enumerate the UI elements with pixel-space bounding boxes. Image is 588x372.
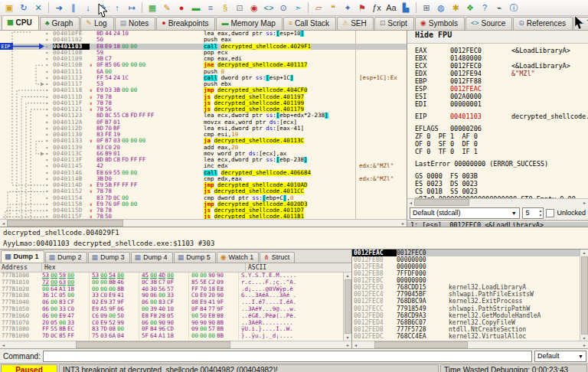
register-row[interactable]: EAX0012FEC0<&LoadLibraryA> <box>415 47 588 54</box>
step-over-icon[interactable]: ↷ <box>96 2 109 15</box>
tab-references[interactable]: ⊙References <box>513 17 573 30</box>
dump-row[interactable]: 777B10907D0C85FF75036A045F64A1180000008B… <box>0 333 351 340</box>
seh-icon[interactable]: § <box>218 2 232 15</box>
comments-icon[interactable]: ❝ <box>326 2 340 15</box>
stack-row[interactable]: 0012FED8777F5728ntdll.NtCreateSection <box>352 326 580 333</box>
scroll-up-arrow[interactable]: ▴ <box>345 272 351 279</box>
tab-cpu[interactable]: ▦CPU <box>2 16 39 30</box>
dump-tab-dump-2[interactable]: ▦Dump 2 <box>45 252 87 263</box>
breakpoint-dot-icon[interactable]: ● <box>46 56 53 62</box>
run-to-user-code-icon[interactable]: ↦ <box>125 2 139 15</box>
script-icon[interactable]: ⊡ <box>233 2 247 15</box>
patch-icon[interactable]: ▱ <box>312 2 325 15</box>
about-icon[interactable]: ⓘ <box>507 2 521 15</box>
breakpoint-dot-icon[interactable]: ● <box>46 145 53 151</box>
disassembly-panel[interactable]: EIP ●004010FE8D442410lea eax,dword ptr s… <box>0 31 407 227</box>
open-file-icon[interactable]: ▣ <box>2 2 16 15</box>
tab-source[interactable]: <>Source <box>466 17 512 30</box>
breakpoint-dot-icon[interactable]: ● <box>46 188 53 194</box>
registers-hscrollbar[interactable]: ◂ ▸ <box>407 198 588 206</box>
breakpoint-dot-icon[interactable]: ● <box>46 50 53 56</box>
breakpoint-dot-icon[interactable]: ● <box>46 81 53 87</box>
disasm-hscrollbar[interactable]: ◂ ▸ <box>0 219 407 227</box>
stack-row[interactable]: 0012FEC0768CDD15kernel32.LoadLibraryA <box>352 284 580 291</box>
breakpoint-dot-icon[interactable]: ● <box>46 87 53 93</box>
stack-row[interactable]: 0012FEBC00000000 <box>352 277 580 284</box>
breakpoint-dot-icon[interactable]: ● <box>46 113 53 119</box>
arguments-list[interactable]: 1: [esp] 0012FEC0 <&LoadLibraryA>2: [esp… <box>407 220 588 227</box>
dump-tab-dump-3[interactable]: ▦Dump 3 <box>88 252 130 263</box>
unlocked-checkbox[interactable] <box>546 209 554 217</box>
bookmarks-icon[interactable]: ⚑ <box>355 2 369 15</box>
dump-rows[interactable]: ▴ ▾ 777B1000530059005300540045004D000000… <box>0 272 351 341</box>
dump-vscrollbar[interactable]: ▴ ▾ <box>343 272 351 341</box>
run-icon[interactable]: ➜ <box>52 2 66 15</box>
breakpoint-dot-icon[interactable]: ● <box>46 201 53 207</box>
tab-script[interactable]: ⊡Script <box>374 17 414 30</box>
breakpoint-dot-icon[interactable]: ● <box>46 31 53 37</box>
dump-hscrollbar[interactable]: ◂ ▸ <box>0 341 351 348</box>
close-icon[interactable]: ✕ <box>31 2 45 15</box>
breakpoint-dot-icon[interactable]: ● <box>46 126 53 132</box>
hide-fpu-button[interactable]: Hide FPU <box>407 31 588 44</box>
breakpoint-dot-icon[interactable]: ● <box>46 170 53 176</box>
stack-row[interactable]: 0012FEC4779045BFshlwapi.PathFileExistsW <box>352 291 580 298</box>
register-row[interactable]: ESP0012FEAC <box>415 85 588 93</box>
arg-depth-spinner[interactable]: 5 ▲▼ <box>522 207 544 219</box>
command-script-type-select[interactable]: Default▼ <box>534 351 586 362</box>
shortcuts-icon[interactable]: ⌁ <box>492 2 506 15</box>
breakpoint-dot-icon[interactable]: ● <box>46 151 53 157</box>
memory-map-icon[interactable]: ▬ <box>189 2 203 15</box>
scroll-thumb[interactable] <box>581 256 588 334</box>
scroll-right-arrow[interactable]: ▸ <box>400 220 407 227</box>
breakpoint-dot-icon[interactable]: ● <box>46 132 53 138</box>
breakpoint-dot-icon[interactable]: ● <box>46 62 53 68</box>
stack-row[interactable]: 0012FEB000000000 <box>352 256 580 263</box>
stack-vscrollbar[interactable]: ▴ ▾ <box>580 250 588 341</box>
breakpoint-dot-icon[interactable]: ● <box>46 69 53 75</box>
scroll-right-arrow[interactable]: ▸ <box>581 200 588 206</box>
scroll-up-arrow[interactable]: ▴ <box>581 250 588 256</box>
argument-row[interactable]: 1: [esp] 0012FEC0 <&LoadLibraryA> <box>407 222 588 227</box>
register-row[interactable]: EIP00401103decrypted_shellcode.00 <box>415 113 588 120</box>
cpu-window-icon[interactable]: ▦ <box>145 2 159 15</box>
dump-tab-dump-5[interactable]: ▦Dump 5 <box>174 252 216 263</box>
tab-threads[interactable]: ➣Threads <box>573 17 588 30</box>
scroll-left-arrow[interactable]: ◂ <box>0 220 7 227</box>
register-row[interactable]: EBX01480000 <box>415 54 588 62</box>
registers-list[interactable]: EAX0012FEC0<&LoadLibraryA>EBX01480000ECX… <box>407 44 588 198</box>
restart-icon[interactable]: ↻ <box>17 2 31 15</box>
dump-tab-dump-4[interactable]: ▦Dump 4 <box>131 252 173 263</box>
register-row[interactable]: ECX0012FEC0<&LoadLibraryA> <box>415 62 588 70</box>
tab-breakpoints[interactable]: ●Breakpoints <box>156 17 215 30</box>
step-out-icon[interactable]: ↑ <box>110 2 124 15</box>
scroll-left-arrow[interactable]: ◂ <box>352 342 359 348</box>
tab-log[interactable]: ✎Log <box>80 17 113 30</box>
scroll-thumb[interactable] <box>414 199 469 206</box>
tab-symbols[interactable]: ◉Symbols <box>415 17 465 30</box>
breakpoint-dot-icon[interactable]: ● <box>46 119 53 126</box>
stack-row[interactable]: 0012FED0768CD9A3kernel32.GetModuleHandle… <box>352 312 580 319</box>
threads-icon[interactable]: ➣ <box>291 2 305 15</box>
source-icon[interactable]: <> <box>262 2 276 15</box>
breakpoint-dot-icon[interactable]: ● <box>46 163 53 169</box>
stack-row[interactable]: 0012FEAC0012FEC0 <box>352 250 580 256</box>
spinner-arrows-icon[interactable]: ▲▼ <box>539 208 543 217</box>
register-row[interactable]: EDI00000001 <box>415 100 588 108</box>
scroll-thumb[interactable] <box>345 279 351 334</box>
calculator-icon[interactable]: ⊞ <box>420 2 433 15</box>
register-row[interactable]: ESI002A0000 <box>415 93 588 100</box>
breakpoint-dot-icon[interactable]: ● <box>46 182 53 188</box>
register-row[interactable]: EBP0012FF88 <box>415 77 588 85</box>
dump-tab-dump-1[interactable]: ▦Dump 1 <box>1 250 44 263</box>
calling-convention-select[interactable]: Default (stdcall)▼ <box>410 207 520 219</box>
dump-tab-watch-1[interactable]: ◉Watch 1 <box>217 252 260 263</box>
strings-icon[interactable]: Aa <box>384 2 398 15</box>
help-globe-icon[interactable]: ◍ <box>434 2 448 15</box>
labels-icon[interactable]: ✦ <box>341 2 354 15</box>
scroll-right-arrow[interactable]: ▸ <box>345 342 351 348</box>
command-input[interactable] <box>43 351 532 362</box>
help-icon[interactable]: ? <box>478 2 492 15</box>
scroll-thumb[interactable] <box>374 341 468 348</box>
tab-seh[interactable]: ⚠SEH <box>337 17 374 30</box>
